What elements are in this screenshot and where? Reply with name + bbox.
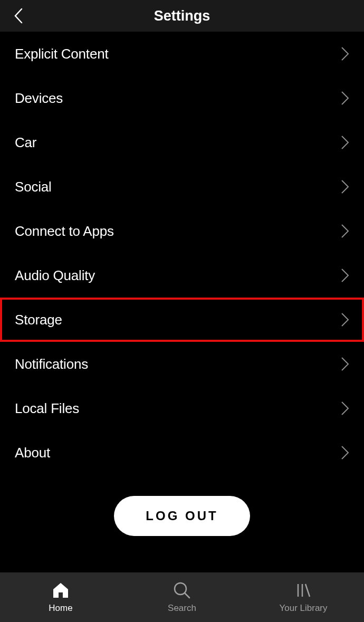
nav-home[interactable]: Home	[0, 572, 121, 622]
nav-search[interactable]: Search	[121, 572, 243, 622]
home-icon	[51, 581, 70, 600]
back-button[interactable]	[11, 8, 26, 24]
nav-label: Search	[168, 603, 196, 614]
list-item-label: About	[15, 445, 50, 461]
list-item-label: Social	[15, 179, 52, 195]
settings-item-social[interactable]: Social	[0, 165, 364, 209]
list-item-label: Explicit Content	[15, 46, 108, 62]
settings-item-connect-to-apps[interactable]: Connect to Apps	[0, 209, 364, 253]
search-icon	[173, 581, 191, 600]
header: Settings	[0, 0, 364, 32]
logout-button[interactable]: LOG OUT	[114, 496, 250, 536]
chevron-right-icon	[341, 135, 349, 150]
chevron-right-icon	[341, 401, 349, 416]
chevron-right-icon	[341, 179, 349, 194]
settings-item-explicit-content[interactable]: Explicit Content	[0, 32, 364, 76]
settings-item-audio-quality[interactable]: Audio Quality	[0, 253, 364, 298]
library-icon	[294, 581, 313, 600]
settings-item-storage[interactable]: Storage	[0, 298, 364, 342]
chevron-right-icon	[341, 312, 349, 327]
nav-library[interactable]: Your Library	[243, 572, 364, 622]
list-item-label: Connect to Apps	[15, 223, 114, 240]
svg-line-4	[305, 584, 310, 597]
logout-container: LOG OUT	[0, 475, 364, 562]
list-item-label: Storage	[15, 312, 62, 328]
nav-label: Home	[49, 603, 72, 614]
settings-list: Explicit Content Devices Car Social Conn…	[0, 32, 364, 572]
svg-line-1	[185, 593, 189, 598]
chevron-right-icon	[341, 91, 349, 106]
settings-item-car[interactable]: Car	[0, 120, 364, 165]
chevron-right-icon	[341, 46, 349, 61]
chevron-right-icon	[341, 224, 349, 238]
settings-item-local-files[interactable]: Local Files	[0, 386, 364, 430]
chevron-right-icon	[341, 357, 349, 371]
bottom-nav: Home Search Your Library	[0, 572, 364, 622]
settings-item-devices[interactable]: Devices	[0, 76, 364, 120]
chevron-left-icon	[14, 8, 23, 24]
list-item-label: Local Files	[15, 400, 79, 417]
chevron-right-icon	[341, 445, 349, 460]
page-title: Settings	[0, 8, 364, 24]
settings-item-notifications[interactable]: Notifications	[0, 342, 364, 386]
nav-label: Your Library	[279, 603, 327, 614]
list-item-label: Notifications	[15, 356, 88, 372]
chevron-right-icon	[341, 268, 349, 283]
list-item-label: Devices	[15, 90, 63, 107]
list-item-label: Audio Quality	[15, 267, 95, 284]
list-item-label: Car	[15, 135, 36, 151]
settings-item-about[interactable]: About	[0, 430, 364, 475]
